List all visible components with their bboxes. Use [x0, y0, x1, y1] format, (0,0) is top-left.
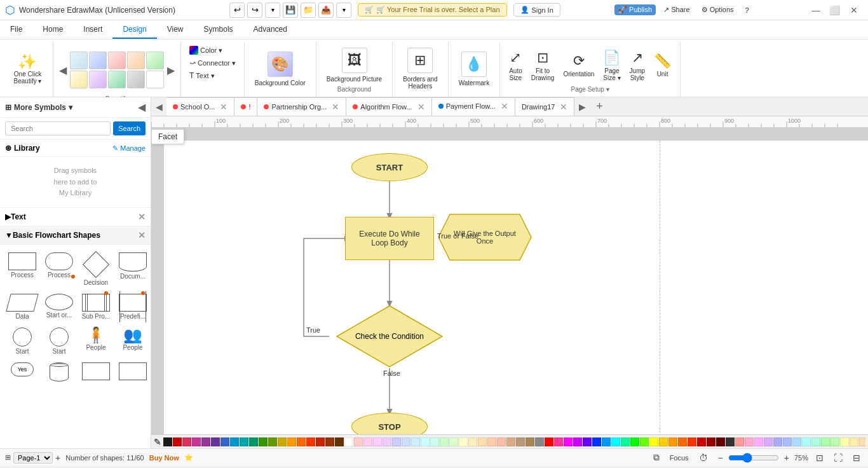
color-swatch[interactable]: [592, 437, 601, 446]
color-swatch[interactable]: [792, 437, 801, 446]
timer-icon[interactable]: ⏱: [696, 451, 710, 464]
color-swatch[interactable]: [192, 437, 201, 446]
shape-thumb-6[interactable]: [70, 71, 88, 88]
color-swatch[interactable]: [602, 437, 611, 446]
extra-btn[interactable]: ▾: [265, 3, 280, 18]
color-swatch[interactable]: [554, 437, 563, 446]
color-swatch[interactable]: [306, 437, 315, 446]
tab-school-close[interactable]: ✕: [220, 102, 227, 112]
tab-insert[interactable]: Insert: [73, 20, 112, 39]
color-swatch[interactable]: [764, 437, 773, 446]
color-swatch[interactable]: [583, 437, 592, 446]
tab-payment-close[interactable]: ✕: [501, 101, 508, 111]
fit-drawing-button[interactable]: ⊡ Fit toDrawing: [527, 48, 559, 83]
color-swatch[interactable]: [611, 437, 620, 446]
shape-item-document[interactable]: Docum...: [116, 250, 150, 289]
tab-drawing17[interactable]: Drawing17 ✕: [515, 97, 575, 116]
shape-thumb-7[interactable]: [89, 71, 107, 88]
close-button[interactable]: ✕: [845, 1, 863, 19]
auto-size-button[interactable]: ⤢ AutoSize: [505, 48, 526, 83]
undo-button[interactable]: ↩: [229, 3, 245, 18]
shape-thumb-8[interactable]: [108, 71, 126, 88]
share-button[interactable]: ↗ Share: [660, 4, 693, 15]
shape-thumb-1[interactable]: [70, 52, 88, 69]
color-swatch[interactable]: [316, 437, 325, 446]
color-swatch[interactable]: [668, 437, 677, 446]
search-input[interactable]: [5, 121, 111, 135]
color-swatch[interactable]: [335, 437, 344, 446]
jump-style-button[interactable]: ↗ JumpStyle: [626, 48, 649, 83]
color-swatch[interactable]: [564, 437, 573, 446]
shape-item-frame1[interactable]: [79, 360, 113, 385]
color-swatch[interactable]: [383, 437, 391, 446]
color-swatch[interactable]: [526, 437, 534, 446]
color-swatch[interactable]: [640, 437, 649, 446]
tab-payment[interactable]: Payment Flow... ✕: [432, 97, 515, 116]
shape-item-people1[interactable]: 🧍 People: [79, 325, 113, 357]
shape-item-start-ellipse[interactable]: Start: [5, 325, 39, 357]
loop-body-shape[interactable]: Execute Do WhileLoop Body: [345, 217, 434, 260]
publish-button[interactable]: 🚀 Publish: [614, 4, 656, 15]
color-swatch[interactable]: [726, 437, 735, 446]
color-swatch[interactable]: [201, 437, 210, 446]
connector-dropdown-button[interactable]: ⤻ Connector ▾: [186, 57, 239, 69]
shape-thumb-10[interactable]: [146, 71, 164, 88]
shape-thumb-4[interactable]: [127, 52, 145, 69]
tab-algorithm-close[interactable]: ✕: [417, 102, 425, 112]
diagram-canvas[interactable]: START Execute Do WhileLoop Body Will Giv…: [164, 141, 868, 434]
tab-symbols[interactable]: Symbols: [194, 20, 243, 39]
color-swatch[interactable]: [468, 437, 477, 446]
canvas-inner[interactable]: Facet: [151, 128, 868, 434]
text-section-header[interactable]: ▶ Text ✕: [0, 208, 151, 226]
color-swatch[interactable]: [440, 437, 449, 446]
page-add-icon[interactable]: +: [55, 453, 60, 463]
shape-item-process1[interactable]: Process: [5, 250, 39, 289]
text-section-close-icon[interactable]: ✕: [138, 212, 146, 222]
export-button[interactable]: 📤: [318, 3, 334, 18]
focus-label[interactable]: Focus: [667, 453, 691, 463]
tab-file[interactable]: File: [0, 20, 32, 39]
shape-item-process2[interactable]: Process: [42, 250, 76, 289]
redo-button[interactable]: ↪: [247, 3, 262, 18]
shape-thumb-9[interactable]: [127, 71, 145, 88]
color-swatch[interactable]: [621, 437, 630, 446]
color-swatch[interactable]: [278, 437, 287, 446]
color-swatch[interactable]: [297, 437, 306, 446]
color-swatch[interactable]: [344, 437, 353, 446]
color-swatch[interactable]: [487, 437, 496, 446]
layers-icon[interactable]: ⧉: [651, 451, 662, 464]
shape-thumb-5[interactable]: [146, 52, 164, 69]
shape-item-people2[interactable]: 👥 People: [116, 325, 150, 357]
color-swatch[interactable]: [850, 437, 858, 446]
tab-prev-button[interactable]: ◀: [151, 97, 166, 116]
color-swatch[interactable]: [840, 437, 849, 446]
color-swatch[interactable]: [325, 437, 334, 446]
color-swatch[interactable]: [649, 437, 658, 446]
shape-item-start-rect[interactable]: Start: [42, 325, 76, 357]
shape-item-subproc[interactable]: Sub Pro...: [79, 291, 113, 322]
color-swatch[interactable]: [220, 437, 229, 446]
color-swatch[interactable]: [630, 437, 639, 446]
help-button[interactable]: ?: [742, 5, 753, 15]
color-swatch[interactable]: [240, 437, 248, 446]
tab-add-button[interactable]: +: [590, 97, 609, 116]
fit-to-page-button[interactable]: ⊡: [813, 451, 826, 464]
color-swatch[interactable]: [773, 437, 782, 446]
color-swatch[interactable]: [745, 437, 754, 446]
color-swatch[interactable]: [545, 437, 553, 446]
signin-button[interactable]: 👤 Sign In: [513, 3, 560, 17]
color-swatch[interactable]: [678, 437, 687, 446]
color-swatch[interactable]: [459, 437, 468, 446]
tab-advanced[interactable]: Advanced: [243, 20, 297, 39]
color-swatch[interactable]: [535, 437, 544, 446]
color-swatch[interactable]: [259, 437, 268, 446]
shape-item-frame2[interactable]: [116, 360, 150, 385]
zoom-slider[interactable]: [728, 453, 779, 463]
color-swatch[interactable]: [478, 437, 487, 446]
options-button[interactable]: ⚙ Options: [698, 4, 738, 15]
shape-item-predef[interactable]: Predefi...: [116, 291, 150, 322]
stop-shape[interactable]: STOP: [351, 413, 428, 434]
text-dropdown-button[interactable]: T Text ▾: [186, 70, 218, 81]
shapes-expand-left[interactable]: ◀: [58, 45, 67, 95]
panel-collapse-button[interactable]: ◀: [138, 101, 146, 113]
